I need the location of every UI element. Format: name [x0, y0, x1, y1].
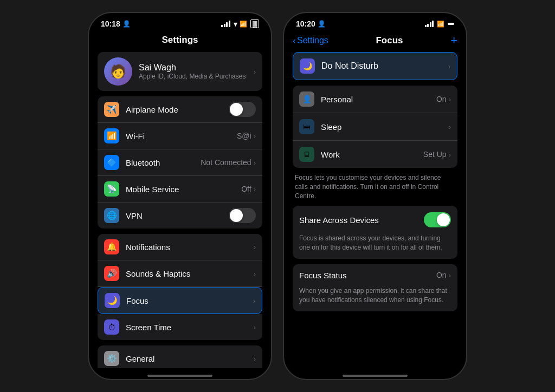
wifi-icon-item: 📶	[104, 128, 119, 143]
screen-time-item[interactable]: ⏱ Screen Time ›	[98, 314, 262, 340]
notifications-label: Notifications	[126, 243, 254, 252]
vpn-icon: 🌐	[104, 208, 119, 223]
focus-label: Focus	[126, 296, 253, 305]
time-right: 10:20	[296, 19, 315, 28]
work-icon: 🖥	[299, 147, 314, 162]
personal-value: On	[436, 95, 447, 103]
work-chevron: ›	[449, 151, 451, 159]
sounds-chevron: ›	[254, 270, 256, 278]
focus-status-desc: When you give an app permission, it can …	[299, 283, 451, 305]
screen-time-chevron: ›	[254, 323, 256, 331]
home-bar	[147, 375, 212, 377]
dnd-chevron: ›	[448, 62, 450, 70]
vpn-item[interactable]: 🌐 VPN	[98, 202, 262, 228]
share-toggle-thumb	[437, 213, 450, 226]
share-row: Share Across Devices	[299, 212, 451, 227]
focus-list: 🌙 Do Not Disturb › 👤 Personal On › 🛏 Sle…	[284, 52, 466, 368]
screen-time-icon: ⏱	[104, 319, 119, 335]
share-toggle[interactable]	[424, 212, 451, 227]
settings-screen: Settings 🧑 Sai Wagh Apple ID, iCloud, Me…	[89, 30, 271, 368]
notifications-item[interactable]: 🔔 Notifications ›	[98, 234, 262, 260]
back-button[interactable]: ‹ Settings	[293, 35, 328, 47]
settings-list: 🧑 Sai Wagh Apple ID, iCloud, Media & Pur…	[89, 52, 271, 368]
general-icon: ⚙️	[104, 351, 119, 366]
dnd-label: Do Not Disturb	[321, 61, 448, 71]
signal-icon-right	[425, 21, 434, 27]
bluetooth-chevron: ›	[254, 159, 256, 167]
general-item[interactable]: ⚙️ General ›	[98, 345, 262, 368]
profile-name: Sai Wagh	[139, 63, 254, 73]
sounds-label: Sounds & Haptics	[126, 269, 254, 278]
status-bar-left: 10:18 👤 ▾ 📶 ▓	[89, 13, 271, 30]
focus-status-section: Focus Status On › When you give an app p…	[293, 264, 457, 311]
focus-chevron: ›	[253, 297, 255, 305]
home-indicator-right	[284, 368, 466, 379]
sleep-icon: 🛏	[299, 119, 314, 134]
sleep-label: Sleep	[321, 122, 449, 132]
signal-icon	[221, 21, 230, 27]
airplane-icon: ✈️	[104, 102, 119, 117]
wifi-item[interactable]: 📶 Wi-Fi S@i ›	[98, 123, 262, 149]
focus-modes-group: 👤 Personal On › 🛏 Sleep › 🖥 Work Set Up	[293, 86, 457, 168]
airplane-mode-item[interactable]: ✈️ Airplane Mode	[98, 96, 262, 123]
bluetooth-item[interactable]: 🔷 Bluetooth Not Connected ›	[98, 149, 262, 176]
left-phone: 10:18 👤 ▾ 📶 ▓ Settings 🧑	[88, 12, 272, 380]
work-value: Set Up	[423, 150, 447, 159]
general-label: General	[126, 354, 254, 363]
back-label: Settings	[297, 36, 328, 45]
vpn-toggle[interactable]	[229, 208, 256, 223]
profile-subtitle: Apple ID, iCloud, Media & Purchases	[139, 73, 254, 80]
battery-icon: ▓	[250, 19, 259, 28]
bluetooth-icon: 🔷	[104, 155, 119, 170]
personal-icon: 👤	[299, 92, 314, 107]
work-label: Work	[321, 150, 423, 159]
focus-nav: ‹ Settings Focus +	[284, 30, 466, 52]
mobile-service-icon: 📡	[104, 181, 119, 197]
toggle-thumb	[230, 103, 243, 116]
dnd-icon: 🌙	[300, 58, 315, 74]
person-icon-left: 👤	[122, 20, 131, 28]
airplane-toggle[interactable]	[229, 102, 256, 117]
vpn-toggle-thumb	[230, 209, 243, 222]
profile-info: Sai Wagh Apple ID, iCloud, Media & Purch…	[139, 63, 254, 80]
focus-status-label: Focus Status	[299, 271, 347, 280]
settings-title: Settings	[89, 30, 271, 52]
wifi-chevron: ›	[254, 132, 256, 140]
personal-label: Personal	[321, 95, 436, 104]
focus-status-row[interactable]: Focus Status On ›	[299, 271, 451, 280]
wifi-signal-icon: 📶	[240, 21, 247, 28]
focus-description: Focus lets you customise your devices an…	[293, 173, 457, 200]
status-bar-right: 10:20 👤 📶	[284, 13, 466, 30]
screen-time-label: Screen Time	[126, 323, 254, 332]
connectivity-group: ✈️ Airplane Mode 📶 Wi-Fi S@i › 🔷	[98, 96, 262, 228]
notifications-chevron: ›	[254, 243, 256, 251]
work-item[interactable]: 🖥 Work Set Up ›	[293, 141, 457, 168]
share-section: Share Across Devices Focus is shared acr…	[293, 206, 457, 259]
wifi-icon-right: 📶	[437, 21, 444, 28]
mobile-label: Mobile Service	[126, 185, 241, 194]
add-focus-button[interactable]: +	[450, 34, 457, 48]
sounds-item[interactable]: 🔊 Sounds & Haptics ›	[98, 260, 262, 287]
status-icons-right: 📶	[425, 21, 455, 28]
focus-status-value: On	[436, 271, 447, 279]
general-group: ⚙️ General › 🎛 Control Centre ›	[98, 345, 262, 368]
mobile-service-item[interactable]: 📡 Mobile Service Off ›	[98, 176, 262, 202]
focus-item[interactable]: 🌙 Focus ›	[98, 287, 262, 314]
focus-icon: 🌙	[105, 293, 120, 308]
sleep-item[interactable]: 🛏 Sleep ›	[293, 113, 457, 141]
vpn-label: VPN	[126, 211, 229, 220]
share-desc: Focus is shared across your devices, and…	[299, 231, 451, 252]
wifi-label: Wi-Fi	[126, 132, 237, 141]
mobile-chevron: ›	[254, 185, 256, 193]
time-left: 10:18	[101, 19, 120, 28]
focus-screen: ‹ Settings Focus + 🌙 Do Not Disturb › 👤	[284, 30, 466, 368]
personal-item[interactable]: 👤 Personal On ›	[293, 86, 457, 113]
do-not-disturb-item[interactable]: 🌙 Do Not Disturb ›	[293, 52, 457, 80]
profile-item[interactable]: 🧑 Sai Wagh Apple ID, iCloud, Media & Pur…	[98, 52, 262, 91]
bluetooth-value: Not Connected	[201, 158, 251, 167]
profile-chevron: ›	[254, 68, 256, 76]
battery-icon-right	[448, 23, 454, 25]
personal-chevron: ›	[449, 95, 451, 103]
wifi-value: S@i	[237, 132, 251, 140]
sleep-chevron: ›	[449, 123, 451, 131]
